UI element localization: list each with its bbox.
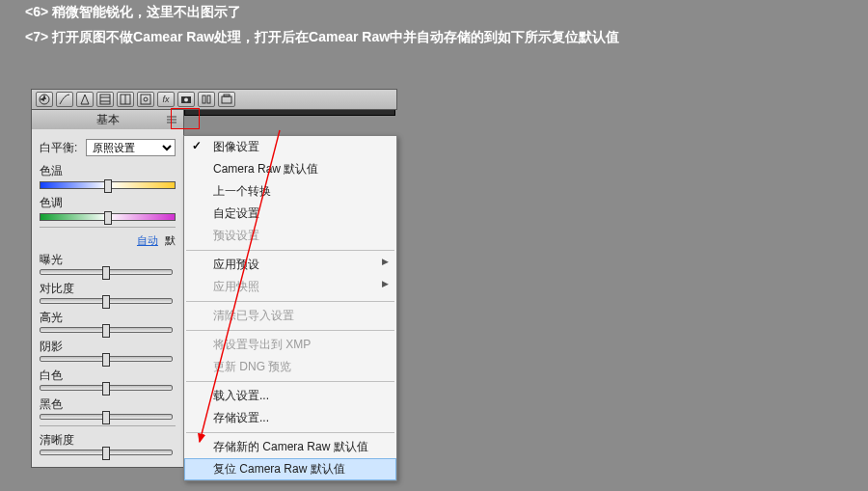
sharpen-icon[interactable] [76, 92, 94, 107]
whites-slider[interactable] [40, 385, 173, 391]
menu-custom-settings[interactable]: 自定设置 [184, 203, 396, 225]
svg-point-9 [184, 98, 188, 102]
default-text: 默 [165, 234, 176, 246]
menu-export-xmp: 将设置导出到 XMP [184, 334, 396, 356]
basic-panel-body: 白平衡: 原照设置 色温 色调 自动 默 曝光 对比度 高光 阴影 白色 黑色 … [31, 129, 184, 468]
svg-rect-11 [207, 95, 210, 103]
temperature-label: 色温 [40, 163, 176, 179]
split-icon[interactable] [117, 92, 134, 107]
svg-rect-12 [222, 96, 231, 103]
white-balance-select[interactable]: 原照设置 [86, 139, 176, 156]
menu-prev-conversion[interactable]: 上一个转换 [184, 180, 396, 203]
instruction-6: <6> 稍微智能锐化，这里不出图示了 [0, 0, 868, 25]
basic-tab-label: 基本 [96, 112, 120, 128]
fx-icon[interactable]: fx [157, 92, 175, 107]
menu-separator [186, 432, 394, 433]
menu-image-settings[interactable]: 图像设置 [184, 136, 396, 158]
camera-icon[interactable] [177, 92, 195, 107]
snapshots-icon[interactable] [218, 92, 235, 107]
exposure-slider[interactable] [40, 269, 173, 275]
panel-flyout-button[interactable] [164, 113, 179, 126]
tint-label: 色调 [40, 195, 176, 211]
hsl-icon[interactable] [96, 92, 114, 107]
lens-icon[interactable] [137, 92, 154, 107]
svg-point-7 [144, 97, 148, 101]
contrast-slider[interactable] [40, 298, 173, 304]
menu-apply-preset[interactable]: 应用预设 [184, 254, 396, 276]
menu-load-settings[interactable]: 载入设置... [184, 385, 396, 407]
shadows-slider[interactable] [40, 356, 173, 362]
menu-save-settings[interactable]: 存储设置... [184, 407, 396, 429]
menu-separator [186, 330, 394, 331]
tint-slider[interactable] [40, 213, 176, 221]
menu-reset-defaults[interactable]: 复位 Camera Raw 默认值 [184, 458, 396, 480]
presets-icon[interactable] [198, 92, 215, 107]
acr-toolbar: fx [31, 89, 397, 110]
temperature-slider[interactable] [40, 181, 176, 189]
menu-save-new-defaults[interactable]: 存储新的 Camera Raw 默认值 [184, 436, 396, 458]
curve-icon[interactable] [56, 92, 73, 107]
svg-rect-13 [224, 95, 230, 96]
flyout-menu: 图像设置 Camera Raw 默认值 上一个转换 自定设置 预设设置 应用预设… [183, 135, 397, 481]
menu-update-dng: 更新 DNG 预览 [184, 356, 396, 378]
highlights-slider[interactable] [40, 327, 173, 333]
menu-cr-defaults[interactable]: Camera Raw 默认值 [184, 158, 396, 180]
clarity-slider[interactable] [40, 450, 173, 455]
white-balance-label: 白平衡: [40, 140, 86, 156]
aperture-icon[interactable] [36, 92, 53, 107]
svg-rect-6 [141, 95, 150, 104]
menu-separator [186, 250, 394, 251]
svg-rect-1 [100, 95, 110, 104]
instruction-7: <7> 打开原图不做Camear Raw处理，打开后在Camear Raw中并自… [0, 25, 868, 50]
svg-rect-10 [203, 95, 205, 103]
menu-separator [186, 301, 394, 302]
menu-preset-settings: 预设设置 [184, 225, 396, 247]
menu-separator [186, 381, 394, 382]
blacks-slider[interactable] [40, 414, 173, 420]
menu-clear-imported: 清除已导入设置 [184, 305, 396, 327]
auto-link[interactable]: 自动 [137, 234, 158, 246]
basic-tab-bar: 基本 [31, 110, 184, 129]
menu-apply-snapshot: 应用快照 [184, 276, 396, 298]
